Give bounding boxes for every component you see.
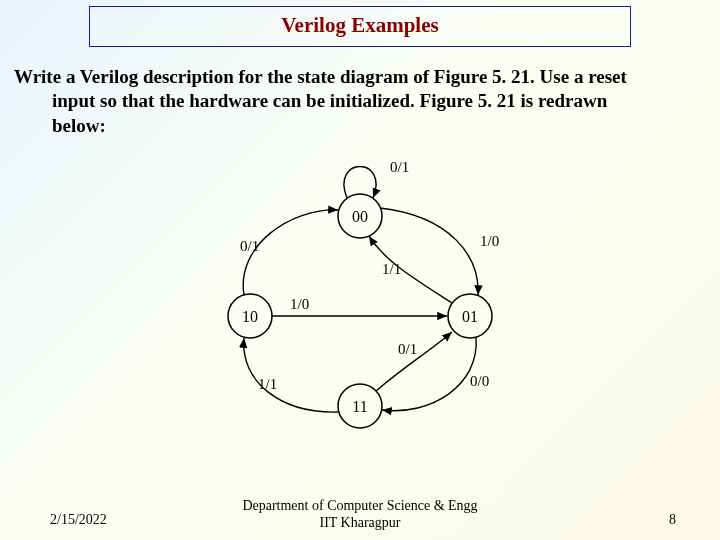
edge-10-00-label: 0/1 (240, 238, 259, 254)
edge-10-01-label: 1/0 (290, 296, 309, 312)
footer-date: 2/15/2022 (50, 512, 107, 528)
edge-01-11-label: 0/0 (470, 373, 489, 389)
state-01-label: 01 (462, 308, 478, 325)
footer-page-number: 8 (669, 512, 676, 528)
edge-01-00-label: 1/1 (382, 261, 401, 277)
page-title: Verilog Examples (281, 13, 438, 37)
edge-00-00-label: 0/1 (390, 159, 409, 175)
prompt-text-line3: below: (52, 114, 706, 138)
prompt-text-line1: Write a Verilog description for the stat… (14, 66, 627, 87)
edge-00-01 (380, 208, 478, 295)
footer-dept-line1: Department of Computer Science & Engg (242, 498, 477, 513)
state-00-label: 00 (352, 208, 368, 225)
problem-prompt: Write a Verilog description for the stat… (14, 65, 706, 138)
state-10-label: 10 (242, 308, 258, 325)
state-11-label: 11 (352, 398, 367, 415)
edge-11-10-label: 1/1 (258, 376, 277, 392)
slide-footer: 2/15/2022 Department of Computer Science… (0, 498, 720, 532)
state-diagram-svg: 00 01 10 11 0/1 1/0 1/1 0/0 0/1 1/1 0/1 … (180, 146, 540, 446)
edge-11-01-label: 0/1 (398, 341, 417, 357)
footer-department: Department of Computer Science & Engg II… (0, 498, 720, 532)
state-diagram-wrap: 00 01 10 11 0/1 1/0 1/1 0/0 0/1 1/1 0/1 … (0, 138, 720, 450)
title-box: Verilog Examples (89, 6, 631, 47)
footer-dept-line2: IIT Kharagpur (320, 515, 401, 530)
prompt-text-line2: input so that the hardware can be initia… (52, 89, 706, 113)
edge-00-01-label: 1/0 (480, 233, 499, 249)
